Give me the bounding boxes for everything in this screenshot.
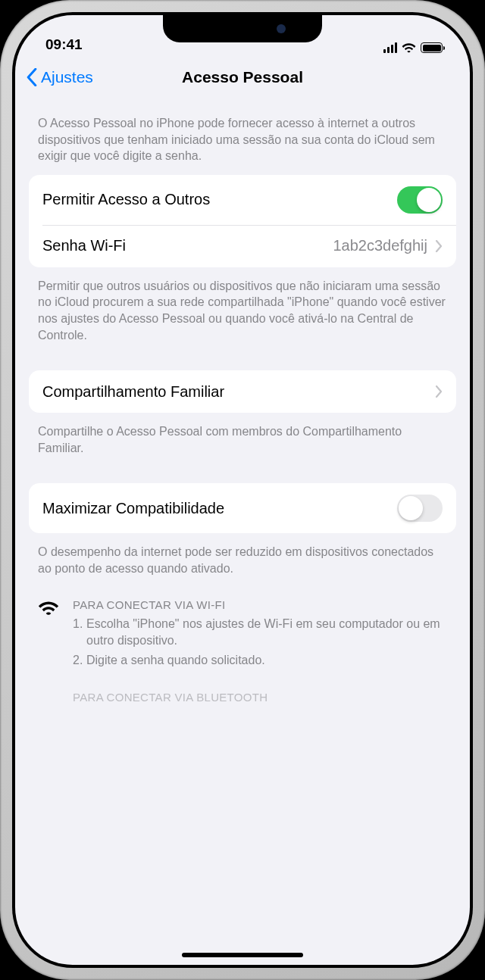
- home-indicator[interactable]: [182, 953, 303, 957]
- wifi-instruction-step2: 2. Digite a senha quando solicitado.: [73, 652, 447, 669]
- wifi-password-row[interactable]: Senha Wi-Fi 1ab2c3defghij: [29, 225, 456, 267]
- wifi-password-label: Senha Wi-Fi: [42, 237, 333, 254]
- chevron-right-icon: [435, 385, 443, 398]
- back-label: Ajustes: [41, 68, 93, 86]
- wifi-icon: [402, 42, 416, 53]
- status-time: 09:41: [45, 36, 83, 53]
- allow-others-toggle[interactable]: [397, 186, 443, 214]
- maximize-compat-footer: O desempenho da internet pode ser reduzi…: [15, 533, 470, 584]
- wifi-instructions: PARA CONECTAR VIA WI-FI 1. Escolha "iPho…: [15, 585, 470, 677]
- bluetooth-instructions-title: PARA CONECTAR VIA BLUETOOTH: [15, 691, 470, 704]
- maximize-compat-toggle[interactable]: [397, 495, 443, 522]
- wifi-password-value: 1ab2c3defghij: [333, 237, 427, 254]
- screen: 09:41 Ajustes Acesso Pessoal: [15, 15, 470, 965]
- wifi-instructions-title: PARA CONECTAR VIA WI-FI: [73, 598, 447, 611]
- family-sharing-footer: Compartilhe o Acesso Pessoal com membros…: [15, 413, 470, 463]
- settings-group-family: Compartilhamento Familiar: [29, 370, 456, 413]
- chevron-left-icon: [26, 68, 38, 86]
- navigation-bar: Ajustes Acesso Pessoal: [15, 56, 470, 98]
- allow-others-footer: Permitir que outros usuários ou disposit…: [15, 267, 470, 351]
- allow-others-row[interactable]: Permitir Acesso a Outros: [29, 175, 456, 225]
- back-button[interactable]: Ajustes: [15, 68, 93, 86]
- maximize-compat-label: Maximizar Compatibilidade: [42, 500, 397, 517]
- settings-group-compat: Maximizar Compatibilidade: [29, 483, 456, 533]
- battery-icon: [421, 42, 443, 53]
- wifi-instruction-icon: [38, 598, 59, 673]
- allow-others-label: Permitir Acesso a Outros: [42, 191, 397, 208]
- iphone-device-frame: 09:41 Ajustes Acesso Pessoal: [0, 0, 485, 980]
- notch: [163, 15, 322, 42]
- cellular-signal-icon: [383, 42, 398, 53]
- family-sharing-row[interactable]: Compartilhamento Familiar: [29, 370, 456, 413]
- wifi-instruction-step1: 1. Escolha "iPhone" nos ajustes de Wi-Fi…: [73, 616, 447, 650]
- chevron-right-icon: [435, 240, 443, 252]
- settings-group-main: Permitir Acesso a Outros Senha Wi-Fi 1ab…: [29, 175, 456, 267]
- intro-description: O Acesso Pessoal no iPhone pode fornecer…: [15, 98, 470, 175]
- family-sharing-label: Compartilhamento Familiar: [42, 383, 435, 401]
- maximize-compat-row[interactable]: Maximizar Compatibilidade: [29, 483, 456, 533]
